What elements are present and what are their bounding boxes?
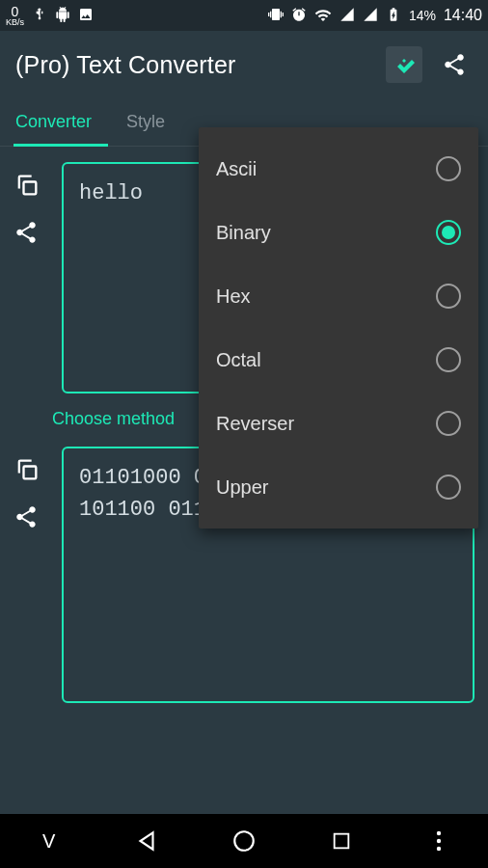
network-speed: 0 KB/s	[6, 5, 24, 27]
alarm-icon	[291, 7, 307, 25]
share-output-button[interactable]	[14, 504, 41, 531]
battery-percent: 14%	[409, 8, 436, 23]
navigation-bar: V	[0, 814, 488, 868]
back-button[interactable]	[118, 828, 176, 854]
method-option-upper[interactable]: Upper	[199, 455, 478, 519]
radio-icon	[436, 220, 461, 245]
method-option-binary[interactable]: Binary	[199, 201, 478, 264]
method-option-octal[interactable]: Octal	[199, 328, 478, 392]
radio-icon	[436, 156, 461, 181]
app-title: (Pro) Text Converter	[15, 51, 372, 79]
recent-apps-button[interactable]	[312, 830, 370, 852]
svg-point-2	[234, 831, 254, 851]
signal-icon-2	[363, 7, 378, 25]
method-option-reverser[interactable]: Reverser	[199, 392, 478, 455]
radio-icon	[436, 284, 461, 309]
svg-point-6	[437, 847, 441, 851]
tab-style[interactable]: Style	[126, 112, 176, 146]
status-bar: 0 KB/s	[0, 0, 488, 31]
svg-point-4	[437, 831, 441, 835]
method-option-ascii[interactable]: Ascii	[199, 137, 478, 201]
method-option-hex[interactable]: Hex	[199, 264, 478, 328]
method-label: Hex	[216, 285, 251, 308]
usb-icon	[32, 7, 47, 25]
method-label: Binary	[216, 222, 271, 244]
wifi-icon	[314, 7, 332, 24]
radio-icon	[436, 347, 461, 372]
vibrate-icon	[268, 7, 284, 25]
radio-icon	[436, 411, 461, 436]
share-button[interactable]	[436, 46, 473, 83]
copy-input-button[interactable]	[14, 172, 41, 199]
menu-button[interactable]	[410, 830, 468, 852]
tab-converter[interactable]: Converter	[15, 112, 103, 146]
method-label: Reverser	[216, 413, 294, 435]
home-button[interactable]	[215, 828, 273, 854]
method-label: Upper	[216, 476, 268, 499]
radio-icon	[436, 475, 461, 500]
android-icon	[55, 7, 70, 25]
method-label: Ascii	[216, 158, 257, 180]
app-bar: (Pro) Text Converter	[0, 31, 488, 98]
svg-rect-1	[24, 467, 37, 479]
battery-icon	[386, 7, 401, 25]
method-popup: AsciiBinaryHexOctalReverserUpper	[199, 127, 478, 529]
donate-button[interactable]	[386, 46, 422, 83]
method-label: Octal	[216, 349, 261, 371]
clock: 14:40	[444, 7, 482, 24]
svg-rect-0	[24, 182, 37, 195]
signal-icon-1	[339, 7, 355, 25]
share-input-button[interactable]	[14, 220, 41, 247]
copy-output-button[interactable]	[14, 456, 41, 483]
svg-rect-3	[335, 834, 349, 849]
image-icon	[78, 7, 94, 25]
nav-v-icon[interactable]: V	[42, 830, 55, 853]
svg-point-5	[437, 839, 441, 843]
